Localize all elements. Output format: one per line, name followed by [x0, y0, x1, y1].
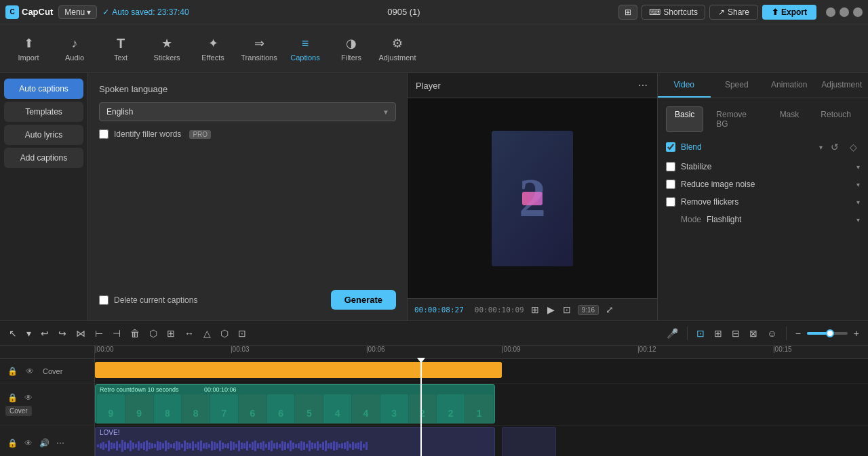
btn-templates[interactable]: Templates [4, 102, 83, 122]
subtab-remove-bg[interactable]: Remove BG [707, 106, 766, 132]
tool-effects[interactable]: ✦ Effects [191, 27, 235, 70]
frame-4b: 4 [352, 394, 380, 423]
tab-adjustment[interactable]: Adjustment [816, 73, 869, 98]
tracks-container: 🔒 👁 Cover 🔒 👁 Cover [0, 359, 868, 456]
cover-track-controls: 🔒 👁 Cover [0, 359, 95, 383]
more-button[interactable]: ⊡ [235, 326, 250, 341]
remove-flickers-checkbox[interactable] [666, 197, 675, 207]
emoji-button[interactable]: ☺ [764, 326, 780, 341]
btn-auto-lyrics[interactable]: Auto lyrics [4, 125, 83, 145]
language-select[interactable]: English Spanish French Chinese Japanese [99, 102, 396, 121]
tool-transitions[interactable]: ⇒ Transitions [237, 27, 281, 70]
lock-icon[interactable]: 🔒 [5, 366, 20, 377]
fit-button[interactable]: ⊞ [163, 326, 178, 341]
select-tool-button[interactable]: ↖ [5, 326, 20, 341]
tool-audio[interactable]: ♪ Audio [53, 27, 96, 70]
audio-more-icon[interactable]: ⋯ [54, 438, 66, 449]
generate-button[interactable]: Generate [331, 290, 396, 310]
tab-animation[interactable]: Animation [763, 73, 816, 98]
sub-tabs: Basic Remove BG Mask Retouch [666, 106, 860, 132]
frame-3: 3 [380, 394, 408, 423]
toolbar: ⬆ Import ♪ Audio T Text ★ Stickers ✦ Eff… [0, 24, 868, 73]
share-label: Share [728, 7, 749, 17]
tab-speed[interactable]: Speed [711, 73, 764, 98]
blend-reset-button[interactable]: ↺ [828, 140, 842, 154]
player-title: Player [416, 81, 441, 91]
magnet-button[interactable]: ⊞ [711, 326, 726, 341]
color-button[interactable]: ⬡ [217, 326, 232, 341]
btn-add-captions[interactable]: Add captions [4, 148, 83, 168]
video-clip[interactable]: Retro countdown 10 seconds 00:00:10:06 9… [95, 384, 495, 423]
reduce-noise-checkbox[interactable] [666, 180, 675, 189]
tool-filters[interactable]: ◑ Filters [330, 27, 373, 70]
grid-view-button[interactable]: ⊞ [530, 303, 540, 316]
remove-flickers-label: Remove flickers [681, 197, 851, 207]
time-total: 00:00:10:09 [475, 306, 524, 314]
video-lock-icon[interactable]: 🔒 [5, 392, 20, 403]
snap-button[interactable]: ⊡ [693, 326, 708, 341]
blend-keyframe-button[interactable]: ◇ [847, 140, 860, 154]
stabilize-checkbox[interactable] [666, 162, 675, 171]
audio-lock-icon[interactable]: 🔒 [5, 438, 20, 449]
split-audio-button[interactable]: ⊠ [746, 326, 761, 341]
clip-label: Retro countdown 10 seconds [100, 386, 179, 393]
trim-start-button[interactable]: ⊢ [92, 326, 106, 341]
tool-text[interactable]: T Text [99, 27, 142, 70]
transform-button[interactable]: △ [200, 326, 214, 341]
playhead[interactable] [420, 359, 422, 456]
player-controls: 00:00:08:27 00:00:10:09 ⊞ ▶ ⊡ 9:16 ⤢ [408, 298, 657, 320]
minimize-button[interactable] [826, 7, 835, 17]
select-dropdown-button[interactable]: ▾ [23, 326, 35, 341]
redo-button[interactable]: ↪ [55, 326, 70, 341]
share-button[interactable]: ↗ Share [709, 5, 758, 20]
cover-clip[interactable] [95, 362, 502, 378]
audio-track-controls: 🔒 👁 🔊 ⋯ [0, 426, 95, 456]
undo-button[interactable]: ↩ [37, 326, 52, 341]
layout-toggle[interactable]: ⊞ [618, 5, 637, 20]
eye-icon[interactable]: 👁 [24, 366, 36, 377]
cover-label-button[interactable]: Cover [5, 406, 32, 416]
reverse-button[interactable]: ↔ [181, 326, 197, 341]
mic-button[interactable]: 🎤 [663, 326, 682, 341]
filler-words-checkbox[interactable] [99, 129, 108, 139]
close-button[interactable] [853, 7, 863, 17]
play-button[interactable]: ▶ [546, 303, 556, 316]
tool-import[interactable]: ⬆ Import [7, 27, 50, 70]
subtab-retouch[interactable]: Retouch [812, 106, 860, 132]
blend-checkbox[interactable] [666, 142, 675, 152]
zoom-out-button[interactable]: − [792, 326, 804, 341]
crop-button[interactable]: ⊡ [561, 303, 572, 316]
tool-adjustment[interactable]: ⚙ Adjustment [376, 27, 419, 70]
player-menu-button[interactable]: ⋯ [637, 79, 649, 92]
shortcuts-button[interactable]: ⌨ Shortcuts [642, 5, 705, 20]
export-button[interactable]: ⬆ Export [762, 5, 816, 20]
audio-clip[interactable]: LOVE! const waveform = document.querySel… [95, 427, 495, 456]
btn-auto-captions[interactable]: Auto captions [4, 79, 83, 99]
link-button[interactable]: ⊟ [728, 326, 743, 341]
menu-button[interactable]: Menu ▾ [58, 5, 97, 19]
tool-captions[interactable]: ≡ Captions [283, 27, 327, 70]
video-eye-icon[interactable]: 👁 [22, 392, 35, 403]
zoom-in-button[interactable]: + [850, 326, 863, 341]
time-current: 00:00:08:27 [414, 306, 464, 314]
audio-volume-icon[interactable]: 🔊 [37, 438, 52, 449]
split-button[interactable]: ⋈ [73, 326, 89, 341]
subtab-mask[interactable]: Mask [771, 106, 808, 132]
crop-tool-button[interactable]: ⬡ [146, 326, 161, 341]
mode-dropdown-icon: ▾ [856, 216, 860, 224]
trim-end-button[interactable]: ⊣ [109, 326, 124, 341]
delete-button[interactable]: 🗑 [127, 326, 143, 341]
zoom-slider[interactable] [807, 332, 848, 335]
subtab-basic[interactable]: Basic [666, 106, 703, 132]
delete-captions-checkbox[interactable] [99, 295, 108, 305]
tool-stickers[interactable]: ★ Stickers [145, 27, 189, 70]
tab-video[interactable]: Video [658, 73, 711, 98]
pro-badge: PRO [189, 130, 211, 139]
audio-eye-icon[interactable]: 👁 [22, 438, 35, 449]
audio-clip-label: LOVE! [100, 429, 119, 436]
auto-saved-text: Auto saved: 23:37:40 [112, 7, 189, 17]
fullscreen-button[interactable]: ⤢ [604, 303, 615, 316]
language-select-wrapper: English Spanish French Chinese Japanese [99, 102, 396, 121]
divider-2 [786, 327, 787, 340]
maximize-button[interactable] [840, 7, 849, 17]
